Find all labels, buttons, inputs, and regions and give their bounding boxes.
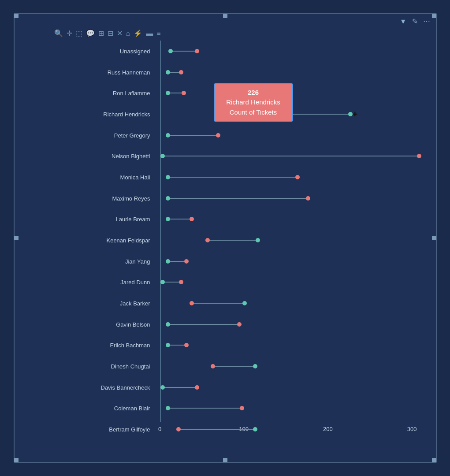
tooltip-value: 226 [248,89,259,96]
dot-right [216,133,220,138]
y-label-3: Richard Hendricks [23,111,156,117]
x-tick: 300 [407,426,417,432]
dot-right [253,364,257,368]
y-label-10: Jian Yang [23,258,156,264]
zoom-in-icon[interactable]: ⊞ [98,29,104,37]
x-axis: 0100200300 [160,422,423,440]
chart-area: 0100200300UnassignedRuss HannemanRon Laf… [23,41,427,440]
menu-icon[interactable]: ≡ [156,30,160,37]
dumbbell-line [163,282,181,283]
dot-right [240,406,244,410]
dot-right [195,385,199,390]
dumbbell-line [192,303,245,304]
y-label-15: Dinesh Chugtai [23,363,156,370]
dot-right [256,238,260,242]
dumbbell-line [213,366,255,367]
top-toolbar: ▼ ✎ ⋯ [394,14,436,29]
tooltip: 226Richard HendricksCount of Tickets [214,83,293,122]
dumbbell-line [168,345,186,346]
dot-right [242,301,247,305]
lasso-icon[interactable]: 💬 [86,29,95,37]
dumbbell-line [163,156,419,156]
pan-icon[interactable]: ▬ [146,30,153,37]
dot-left [190,301,194,305]
dot-left [166,70,170,74]
dot-right [184,343,189,347]
handle-ml[interactable] [14,236,19,240]
dumbbell-line [208,240,258,241]
chart-container: ▼ ✎ ⋯ 🔍 ✛ ⬚ 💬 ⊞ ⊟ ✕ ⌂ ⚡ ▬ ≡ 0100200300Un… [14,13,437,463]
handle-br[interactable] [432,458,436,462]
y-label-6: Monica Hall [23,174,156,180]
x-tick: 200 [323,426,333,432]
dumbbell-line [168,408,242,409]
zoom-icon[interactable]: 🔍 [54,29,63,37]
dot-right [195,49,199,53]
dot-left [166,196,170,201]
dot-right [184,259,189,264]
tooltip-metric: Count of Tickets [230,108,277,116]
dot-left [160,385,165,390]
dot-left [166,133,170,138]
dot-right [237,322,242,327]
dumbbell-line [171,51,197,52]
home-icon[interactable]: ⌂ [126,30,130,37]
y-label-8: Laurie Bream [23,216,156,223]
dot-left [166,406,170,410]
y-label-1: Russ Hanneman [23,69,156,75]
edit-button[interactable]: ✎ [410,16,420,27]
dot-left [166,217,170,221]
handle-tl[interactable] [14,14,19,18]
more-button[interactable]: ⋯ [421,16,432,27]
dumbbell-line [179,429,255,430]
dot-right [179,70,183,74]
dot-left [211,364,215,368]
dot-right [295,175,300,179]
dot-left [176,427,181,431]
filter-button[interactable]: ▼ [398,16,409,27]
chart-toolbar: 🔍 ✛ ⬚ 💬 ⊞ ⊟ ✕ ⌂ ⚡ ▬ ≡ [50,26,427,40]
handle-bm[interactable] [223,458,227,462]
y-label-12: Jack Barker [23,300,156,307]
dumbbell-line [168,324,239,325]
spike-icon[interactable]: ⚡ [134,29,142,37]
x-tick: 0 [158,426,161,432]
dumbbell-line [168,135,218,136]
dot-left [166,91,170,95]
y-label-7: Maximo Reyes [23,195,156,201]
y-label-4: Peter Gregory [23,132,156,138]
y-label-17: Coleman Blair [23,405,156,412]
y-label-2: Ron Laflamme [23,90,156,97]
dot-right [417,154,421,158]
dot-right [179,280,183,284]
tooltip-name: Richard Hendricks [226,98,280,106]
dot-left [166,175,170,179]
dumbbell-line [168,177,298,178]
dot-left [168,49,173,53]
dot-right [306,196,310,201]
y-label-16: Davis Bannercheck [23,384,156,390]
crosshair-cursor: + [353,109,358,119]
reset-icon[interactable]: ✕ [117,29,123,37]
y-label-9: Keenan Feldspar [23,237,156,244]
dot-left [166,259,170,264]
dot-right [253,427,257,431]
dot-right [182,91,186,95]
dot-left [160,280,165,284]
select-rect-icon[interactable]: ⬚ [76,29,82,37]
y-label-14: Erlich Bachman [23,342,156,349]
y-axis-line [160,41,161,422]
dot-right [348,112,353,116]
dumbbell-line [168,219,192,219]
dot-left [160,154,165,158]
dot-right [190,217,194,221]
dumbbell-line [168,198,308,199]
handle-tm[interactable] [223,14,227,18]
handle-mr[interactable] [432,236,436,240]
crosshair-icon[interactable]: ✛ [67,29,72,37]
handle-bl[interactable] [14,458,19,462]
y-label-5: Nelson Bighetti [23,153,156,160]
y-label-11: Jared Dunn [23,279,156,286]
dot-left [166,322,170,327]
zoom-out-icon[interactable]: ⊟ [108,29,113,37]
